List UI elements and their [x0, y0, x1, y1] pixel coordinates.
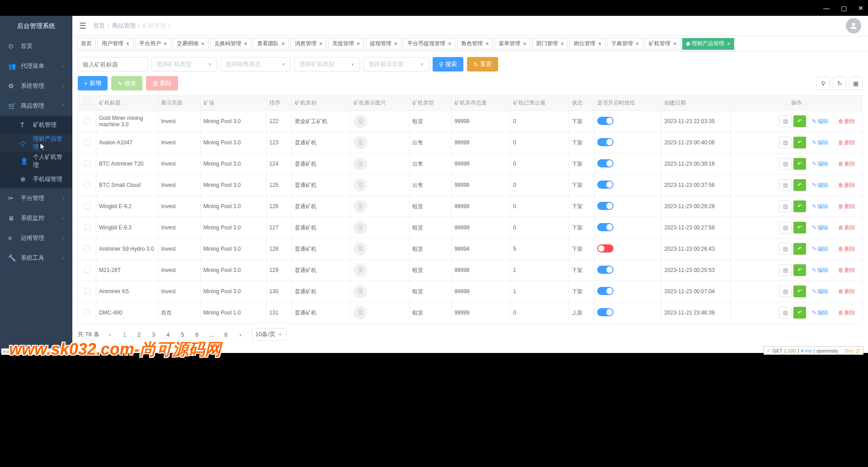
close-icon[interactable]: × [357, 41, 360, 47]
row-restore-button[interactable]: ↶ [793, 307, 806, 319]
row-restore-button[interactable]: ↶ [793, 158, 806, 170]
sidebar-item[interactable]: ⊙首页 [0, 36, 72, 56]
row-delete-button[interactable]: 🗑删除 [834, 179, 859, 191]
tab[interactable]: 首页 [77, 38, 96, 50]
tab[interactable]: 角色管理× [457, 38, 493, 50]
row-delete-button[interactable]: 🗑删除 [834, 137, 859, 148]
close-icon[interactable]: × [486, 41, 489, 47]
row-edit-button[interactable]: ✎编辑 [808, 179, 832, 191]
close-icon[interactable]: × [448, 41, 451, 47]
sidebar-item[interactable]: ✂平台管理› [0, 188, 72, 208]
row-checkbox[interactable] [84, 181, 90, 188]
close-icon[interactable]: ✕ [858, 5, 863, 12]
tab[interactable]: 提现管理× [366, 38, 401, 50]
reset-button[interactable]: ↻重置 [467, 57, 498, 71]
close-icon[interactable]: × [201, 41, 204, 47]
toggle-switch[interactable] [597, 266, 613, 274]
toggle-switch[interactable] [597, 223, 613, 231]
row-checkbox[interactable] [84, 160, 90, 167]
toggle-switch[interactable] [597, 117, 613, 125]
tab[interactable]: 矿机管理× [645, 38, 680, 50]
row-detail-button[interactable]: ▤ [779, 243, 792, 255]
type-select[interactable]: 选择矿机类型▼ [151, 57, 217, 71]
row-delete-button[interactable]: 🗑删除 [834, 286, 859, 297]
row-checkbox[interactable] [84, 309, 90, 315]
sidebar-item[interactable]: 🛒商品管理˅ [0, 96, 72, 116]
tab[interactable]: 查看团队× [253, 38, 289, 50]
tab[interactable]: 部门管理× [532, 38, 568, 50]
row-restore-button[interactable]: ↶ [793, 222, 806, 234]
row-delete-button[interactable]: 🗑删除 [834, 307, 859, 319]
page-number[interactable]: 6 [191, 328, 203, 341]
sidebar-subitem[interactable]: 👤个人矿机管理 [0, 152, 72, 170]
row-delete-button[interactable]: 🗑删除 [834, 115, 859, 127]
row-detail-button[interactable]: ▤ [779, 264, 792, 276]
refresh-table-button[interactable]: ↻ [833, 76, 846, 90]
row-edit-button[interactable]: ✎编辑 [808, 222, 832, 234]
page-number[interactable]: 4 [162, 328, 175, 341]
close-icon[interactable]: × [598, 41, 601, 47]
close-icon[interactable]: × [673, 41, 676, 47]
sidebar-subitem[interactable]: T矿机管理 [0, 116, 72, 134]
avatar[interactable] [846, 18, 861, 33]
row-edit-button[interactable]: ✎编辑 [808, 158, 832, 170]
tab[interactable]: 平台用户× [135, 38, 171, 50]
close-icon[interactable]: × [282, 41, 285, 47]
tab[interactable]: 兑换码管理× [210, 38, 251, 50]
row-delete-button[interactable]: 🗑删除 [834, 222, 859, 234]
select-all-checkbox[interactable] [84, 99, 90, 105]
sidebar-item[interactable]: 👥代理菜单› [0, 56, 72, 76]
prev-page-button[interactable]: ‹ [104, 328, 117, 341]
row-edit-button[interactable]: ✎编辑 [808, 137, 832, 148]
tab[interactable]: 交易明细× [173, 38, 208, 50]
delete-button[interactable]: 🗑删除 [146, 76, 178, 91]
tab[interactable]: 用户管理× [98, 38, 133, 50]
row-edit-button[interactable]: ✎编辑 [808, 115, 832, 127]
close-icon[interactable]: × [319, 41, 322, 47]
row-detail-button[interactable]: ▤ [779, 115, 792, 127]
title-input[interactable] [78, 57, 148, 71]
sidebar-item[interactable]: ≡运维管理› [0, 228, 72, 248]
search-button[interactable]: ⚲搜索 [433, 57, 463, 71]
tab[interactable]: 平台币提现管理× [403, 38, 455, 50]
row-restore-button[interactable]: ↶ [793, 286, 806, 297]
row-checkbox[interactable] [84, 288, 90, 294]
columns-button[interactable]: ▦ [849, 76, 863, 90]
maximize-icon[interactable]: ▢ [841, 5, 847, 12]
tab[interactable]: 岗位管理× [570, 38, 605, 50]
row-restore-button[interactable]: ↶ [793, 243, 806, 255]
toggle-switch[interactable] [597, 244, 613, 253]
sidebar-subitem[interactable]: ⊕手机端管理 [0, 170, 72, 188]
breadcrumb-item[interactable]: 首页 [93, 22, 105, 30]
toggle-switch[interactable] [597, 308, 613, 316]
row-edit-button[interactable]: ✎编辑 [808, 286, 832, 297]
edit-button[interactable]: ✎修改 [111, 76, 142, 91]
minimize-icon[interactable]: — [823, 5, 830, 12]
row-edit-button[interactable]: ✎编辑 [808, 264, 832, 276]
row-edit-button[interactable]: ✎编辑 [808, 200, 832, 212]
toggle-switch[interactable] [597, 181, 613, 189]
row-detail-button[interactable]: ▤ [779, 307, 792, 319]
page-size-select[interactable]: 10条/页▼ [251, 328, 287, 341]
row-checkbox[interactable] [84, 118, 90, 124]
hamburger-icon[interactable]: ☰ [79, 21, 86, 31]
toggle-switch[interactable] [597, 159, 613, 167]
row-detail-button[interactable]: ▤ [779, 158, 792, 170]
row-restore-button[interactable]: ↶ [793, 264, 806, 276]
sidebar-item[interactable]: 🔧系统工具› [0, 248, 72, 268]
row-checkbox[interactable] [84, 139, 90, 145]
page-number[interactable]: 1 [118, 328, 131, 341]
row-delete-button[interactable]: 🗑删除 [834, 158, 859, 170]
row-restore-button[interactable]: ↶ [793, 137, 806, 148]
row-checkbox[interactable] [84, 267, 90, 273]
category-select[interactable]: 选择矿机类别▼ [294, 57, 360, 71]
row-delete-button[interactable]: 🗑删除 [834, 243, 859, 255]
page-number[interactable]: 2 [133, 328, 146, 341]
add-button[interactable]: +新增 [78, 76, 108, 91]
close-icon[interactable]: × [523, 41, 526, 47]
row-edit-button[interactable]: ✎编辑 [808, 243, 832, 255]
row-delete-button[interactable]: 🗑删除 [834, 200, 859, 212]
close-icon[interactable]: × [636, 41, 639, 47]
close-icon[interactable]: × [244, 41, 247, 47]
row-edit-button[interactable]: ✎编辑 [808, 307, 832, 319]
